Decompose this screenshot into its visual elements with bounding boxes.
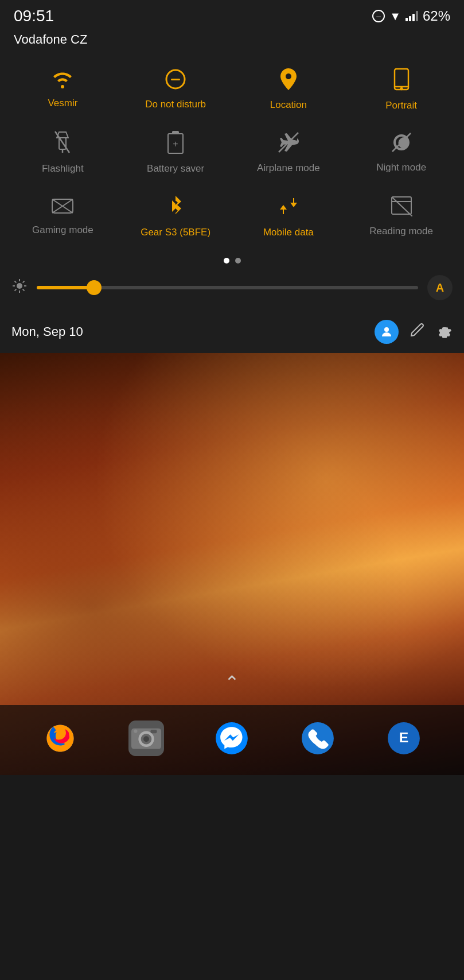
battery-saver-icon: + bbox=[167, 131, 184, 157]
brightness-slider[interactable] bbox=[37, 286, 418, 289]
settings-icon[interactable] bbox=[436, 322, 453, 342]
tile-portrait[interactable]: Portrait bbox=[348, 57, 455, 118]
status-bar: 09:51 ▼ 62% bbox=[0, 0, 464, 30]
tile-flashlight[interactable]: Flashlight bbox=[9, 121, 116, 181]
user-icon[interactable] bbox=[375, 320, 399, 344]
gaming-mode-icon bbox=[51, 197, 74, 219]
svg-point-37 bbox=[134, 730, 137, 733]
controls-bar: Mon, Sep 10 bbox=[0, 314, 464, 353]
app-drawer-arrow[interactable]: ⌃ bbox=[0, 672, 464, 705]
airplane-icon bbox=[278, 131, 299, 157]
svg-point-29 bbox=[384, 327, 389, 332]
signal-bar-1 bbox=[405, 18, 408, 21]
dnd-icon bbox=[165, 69, 186, 93]
auto-brightness-button[interactable]: A bbox=[427, 275, 453, 300]
notification-panel: Vesmir Do not disturb Location bbox=[0, 52, 464, 353]
dock-email[interactable]: E bbox=[381, 715, 427, 761]
svg-line-25 bbox=[15, 281, 17, 282]
status-right-icons: ▼ 62% bbox=[372, 8, 450, 24]
tile-night-mode-label: Night mode bbox=[376, 162, 426, 173]
svg-line-26 bbox=[23, 289, 25, 290]
tile-battery-saver-label: Battery saver bbox=[147, 163, 204, 175]
signal-bar-2 bbox=[409, 16, 411, 21]
controls-icons bbox=[375, 320, 453, 344]
brightness-row: A bbox=[0, 275, 464, 314]
page-dots bbox=[0, 247, 464, 275]
tile-dnd-label: Do not disturb bbox=[145, 99, 206, 110]
bluetooth-icon bbox=[167, 195, 184, 221]
dnd-status-icon bbox=[372, 10, 385, 22]
svg-line-28 bbox=[15, 289, 17, 290]
signal-bar-3 bbox=[412, 14, 415, 21]
tile-mobile-data-label: Mobile data bbox=[263, 227, 314, 238]
svg-rect-1 bbox=[171, 79, 180, 80]
tile-airplane-label: Airplane mode bbox=[257, 162, 320, 174]
tiles-row-2: Flashlight + Battery saver Airplane mode bbox=[0, 121, 464, 181]
tile-dnd[interactable]: Do not disturb bbox=[122, 57, 229, 118]
tile-vesmir-label: Vesmir bbox=[48, 98, 77, 109]
tile-battery-saver[interactable]: + Battery saver bbox=[122, 121, 229, 181]
signal-bars bbox=[405, 11, 418, 21]
svg-point-20 bbox=[17, 283, 22, 289]
auto-brightness-label: A bbox=[436, 281, 444, 295]
mobile-data-icon bbox=[279, 195, 298, 221]
tiles-row-3: Gaming mode Gear S3 (5BFE) Mobile data bbox=[0, 184, 464, 245]
tile-location[interactable]: Location bbox=[235, 57, 342, 118]
tile-gear-s3-label: Gear S3 (5BFE) bbox=[141, 227, 210, 238]
date-text: Mon, Sep 10 bbox=[11, 324, 375, 339]
svg-point-35 bbox=[143, 736, 149, 742]
svg-line-27 bbox=[23, 281, 25, 282]
brightness-low-icon bbox=[11, 278, 28, 298]
dock: E bbox=[0, 705, 464, 775]
chevron-up-icon[interactable]: ⌃ bbox=[224, 672, 240, 694]
portrait-icon bbox=[393, 68, 410, 94]
tile-gear-s3[interactable]: Gear S3 (5BFE) bbox=[122, 184, 229, 245]
tiles-row-1: Vesmir Do not disturb Location bbox=[0, 57, 464, 118]
page-dot-1[interactable] bbox=[224, 258, 229, 264]
tile-reading-mode-label: Reading mode bbox=[369, 226, 433, 237]
dock-messenger[interactable] bbox=[209, 715, 255, 761]
dock-firefox[interactable] bbox=[37, 715, 83, 761]
dock-camera[interactable] bbox=[123, 715, 169, 761]
home-area: ⌃ bbox=[0, 353, 464, 775]
dock-phone[interactable] bbox=[295, 715, 341, 761]
brightness-fill bbox=[37, 286, 94, 289]
wifi-status-icon: ▼ bbox=[389, 10, 401, 23]
tile-location-label: Location bbox=[270, 99, 307, 111]
brightness-thumb[interactable] bbox=[87, 280, 102, 295]
svg-rect-10 bbox=[173, 131, 178, 134]
svg-point-4 bbox=[400, 88, 402, 90]
page-dot-2[interactable] bbox=[235, 258, 241, 264]
edit-icon[interactable] bbox=[410, 323, 425, 342]
tile-gaming-mode-label: Gaming mode bbox=[32, 224, 93, 236]
flashlight-icon bbox=[54, 131, 71, 157]
battery-percentage: 62% bbox=[423, 8, 450, 24]
tile-flashlight-label: Flashlight bbox=[42, 163, 84, 175]
tile-vesmir[interactable]: Vesmir bbox=[9, 57, 116, 118]
wifi-icon bbox=[52, 70, 73, 92]
status-time: 09:51 bbox=[14, 7, 54, 25]
location-icon bbox=[280, 68, 297, 94]
tile-airplane[interactable]: Airplane mode bbox=[235, 121, 342, 181]
svg-text:E: E bbox=[399, 730, 409, 746]
tile-gaming-mode[interactable]: Gaming mode bbox=[9, 184, 116, 245]
svg-text:+: + bbox=[173, 139, 178, 149]
svg-rect-36 bbox=[150, 730, 157, 733]
reading-mode-icon bbox=[391, 196, 412, 220]
tile-reading-mode[interactable]: Reading mode bbox=[348, 184, 455, 245]
tile-night-mode[interactable]: Night mode bbox=[348, 121, 455, 181]
tile-mobile-data[interactable]: Mobile data bbox=[235, 184, 342, 245]
svg-line-19 bbox=[392, 197, 412, 216]
svg-point-39 bbox=[302, 722, 334, 754]
signal-bar-4 bbox=[416, 11, 418, 21]
night-mode-icon bbox=[391, 132, 412, 156]
tile-portrait-label: Portrait bbox=[385, 100, 417, 111]
carrier-name: Vodafone CZ bbox=[0, 30, 464, 52]
